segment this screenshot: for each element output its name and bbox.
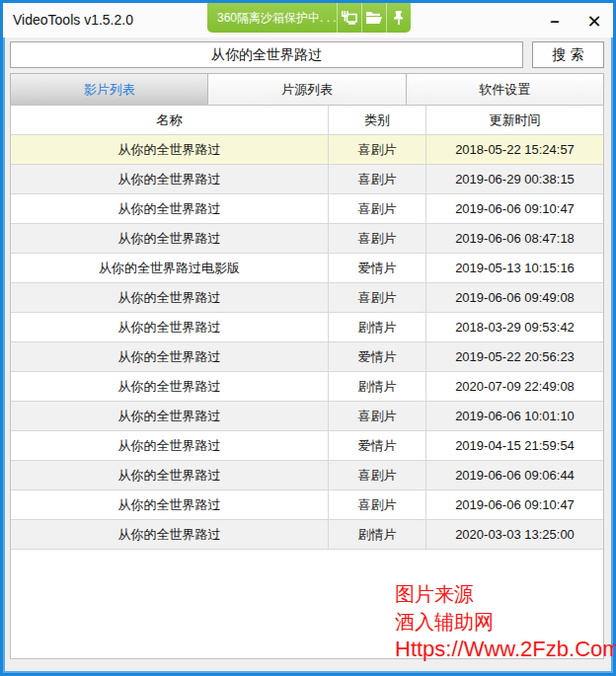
cell-updated: 2019-06-06 09:06:44: [426, 461, 603, 489]
table-row[interactable]: 从你的全世界路过喜剧片2019-06-06 10:01:10: [11, 402, 603, 431]
cell-category: 剧情片: [329, 520, 426, 549]
cell-category: 喜剧片: [329, 461, 426, 489]
sandbox-badge[interactable]: 360隔离沙箱保护中. . .: [207, 3, 411, 33]
table-row[interactable]: 从你的全世界路过喜剧片2019-06-06 09:10:47: [11, 490, 603, 520]
table-row[interactable]: 从你的全世界路过爱情片2019-05-22 20:56:23: [11, 342, 603, 372]
table-row[interactable]: 从你的全世界路过剧情片2018-03-29 09:53:42: [11, 313, 603, 342]
close-button[interactable]: ✕: [579, 9, 609, 35]
sandbox-badge-label: 360隔离沙箱保护中. . .: [207, 3, 337, 33]
cell-name: 从你的全世界路过: [11, 224, 329, 253]
table-row[interactable]: 从你的全世界路过喜剧片2019-06-06 09:49:08: [11, 283, 603, 313]
column-header-category[interactable]: 类别: [329, 106, 426, 134]
cell-updated: 2019-06-06 08:47:18: [426, 224, 603, 253]
movie-table: 名称 类别 更新时间 从你的全世界路过喜剧片2018-05-22 15:24:5…: [10, 105, 604, 659]
search-button[interactable]: 搜 索: [532, 41, 604, 68]
cell-category: 剧情片: [329, 372, 426, 401]
cell-updated: 2018-03-29 09:53:42: [426, 313, 603, 341]
cell-updated: 2019-06-06 10:01:10: [426, 402, 603, 430]
tab-settings[interactable]: 软件设置: [407, 74, 603, 106]
cell-updated: 2019-06-06 09:10:47: [426, 490, 603, 519]
cell-name: 从你的全世界路过: [11, 342, 329, 371]
search-input[interactable]: [10, 41, 523, 68]
cell-category: 喜剧片: [329, 194, 426, 223]
cell-name: 从你的全世界路过: [11, 402, 329, 430]
cell-category: 爱情片: [329, 254, 426, 282]
cell-updated: 2020-03-03 13:25:00: [426, 520, 603, 549]
watermark-line: 酒入辅助网: [395, 608, 616, 636]
tab-source-list[interactable]: 片源列表: [208, 74, 406, 106]
cell-category: 喜剧片: [329, 402, 426, 430]
column-header-updated[interactable]: 更新时间: [426, 106, 603, 134]
tab-movie-list[interactable]: 影片列表: [11, 74, 208, 106]
pin-icon[interactable]: [386, 3, 411, 33]
table-row[interactable]: 从你的全世界路过喜剧片2019-06-06 09:06:44: [11, 461, 603, 490]
table-body: 从你的全世界路过喜剧片2018-05-22 15:24:57从你的全世界路过喜剧…: [11, 135, 603, 550]
cell-name: 从你的全世界路过: [11, 520, 329, 549]
table-row[interactable]: 从你的全世界路过喜剧片2018-05-22 15:24:57: [11, 135, 603, 165]
table-header-row: 名称 类别 更新时间: [11, 106, 603, 135]
watermark-line: 图片来源: [395, 580, 616, 608]
cell-name: 从你的全世界路过: [11, 283, 329, 312]
cell-category: 喜剧片: [329, 224, 426, 253]
table-row[interactable]: 从你的全世界路过喜剧片2019-06-29 00:38:15: [11, 165, 603, 194]
cell-updated: 2019-06-06 09:49:08: [426, 283, 603, 312]
table-row[interactable]: 从你的全世界路过剧情片2020-03-03 13:25:00: [11, 520, 603, 550]
cell-category: 爱情片: [329, 431, 426, 460]
table-row[interactable]: 从你的全世界路过喜剧片2019-06-06 09:10:47: [11, 194, 603, 224]
cell-category: 喜剧片: [329, 135, 426, 164]
cell-name: 从你的全世界路过: [11, 165, 329, 193]
cell-updated: 2019-06-06 09:10:47: [426, 194, 603, 223]
tab-strip: 影片列表 片源列表 软件设置: [10, 73, 604, 106]
cell-updated: 2019-05-22 20:56:23: [426, 342, 603, 371]
app-window: VideoTools v1.5.2.0 360隔离沙箱保护中. . .: [0, 0, 616, 676]
window-title: VideoTools v1.5.2.0: [13, 3, 133, 38]
cell-category: 喜剧片: [329, 165, 426, 193]
cell-updated: 2019-05-13 10:15:16: [426, 254, 603, 282]
cell-name: 从你的全世界路过: [11, 431, 329, 460]
cell-name: 从你的全世界路过: [11, 313, 329, 341]
minimize-button[interactable]: –: [540, 9, 570, 35]
table-row[interactable]: 从你的全世界路过电影版爱情片2019-05-13 10:15:16: [11, 254, 603, 283]
watermark: 图片来源 酒入辅助网 Https://Www.2Fzb.Com: [395, 580, 616, 663]
cell-category: 爱情片: [329, 342, 426, 371]
cell-name: 从你的全世界路过: [11, 490, 329, 519]
cell-updated: 2019-04-15 21:59:54: [426, 431, 603, 460]
cell-name: 从你的全世界路过: [11, 372, 329, 401]
cell-category: 剧情片: [329, 313, 426, 341]
cell-category: 喜剧片: [329, 283, 426, 312]
table-row[interactable]: 从你的全世界路过爱情片2019-04-15 21:59:54: [11, 431, 603, 461]
cell-updated: 2019-06-29 00:38:15: [426, 165, 603, 193]
cell-name: 从你的全世界路过: [11, 135, 329, 164]
cell-name: 从你的全世界路过: [11, 461, 329, 489]
folder-icon[interactable]: [361, 3, 386, 33]
title-bar: VideoTools v1.5.2.0 360隔离沙箱保护中. . .: [3, 3, 613, 38]
watermark-url: Https://Www.2Fzb.Com: [395, 636, 616, 663]
table-row[interactable]: 从你的全世界路过剧情片2020-07-09 22:49:08: [11, 372, 603, 402]
cell-name: 从你的全世界路过电影版: [11, 254, 329, 282]
cell-category: 喜剧片: [329, 490, 426, 519]
column-header-name[interactable]: 名称: [11, 106, 329, 134]
table-row[interactable]: 从你的全世界路过喜剧片2019-06-06 08:47:18: [11, 224, 603, 254]
cell-updated: 2020-07-09 22:49:08: [426, 372, 603, 401]
cell-updated: 2018-05-22 15:24:57: [426, 135, 603, 164]
cell-name: 从你的全世界路过: [11, 194, 329, 223]
sandbox-computer-icon[interactable]: [337, 3, 361, 33]
